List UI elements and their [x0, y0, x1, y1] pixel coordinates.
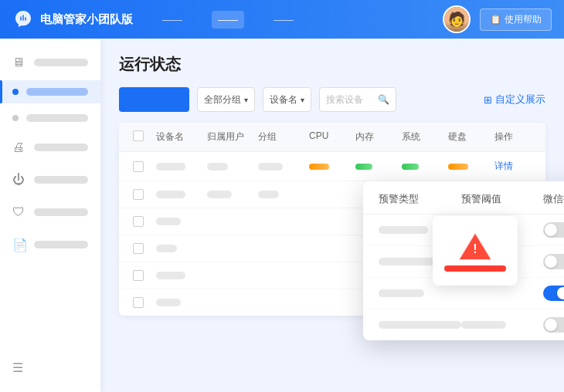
popup-col-type: 预警类型	[379, 192, 461, 206]
toggle-1[interactable]	[543, 222, 564, 238]
td-disk-1	[443, 156, 490, 177]
toggle-3[interactable]	[543, 286, 564, 301]
sidebar-item-active[interactable]	[0, 80, 100, 103]
popup-toggle-3[interactable]	[543, 286, 564, 301]
help-button[interactable]: 📋 使用帮助	[480, 8, 552, 31]
td-group-1	[253, 155, 304, 178]
group-filter-label: 全部分组	[204, 93, 241, 106]
device-name-bar-4	[156, 245, 177, 252]
td-user-2	[202, 183, 253, 206]
popup-col-threshold: 预警阈值	[461, 192, 544, 206]
grid-icon: ⊞	[484, 94, 492, 106]
group-filter[interactable]: 全部分组 ▾	[197, 87, 255, 112]
th-disk: 硬盘	[443, 123, 490, 151]
shield-icon: 🛡	[12, 205, 26, 219]
row-checkbox-5[interactable]	[133, 270, 144, 281]
file-icon: 📄	[12, 238, 26, 252]
sidebar-item-file[interactable]: 📄	[0, 230, 100, 259]
alert-bar	[444, 265, 506, 272]
nav-item-3[interactable]: ——	[267, 11, 300, 29]
popup-toggle-4[interactable]	[543, 317, 564, 333]
popup-type-bar-4	[379, 321, 461, 329]
row-checkbox-2[interactable]	[133, 189, 144, 200]
table-row: 详情	[119, 152, 545, 181]
header-right: 🧑 📋 使用帮助	[443, 5, 552, 33]
th-system: 系统	[397, 123, 443, 151]
td-rest-6	[202, 295, 253, 310]
device-name-bar-2	[156, 191, 185, 198]
td-device-3	[151, 210, 202, 233]
avatar-face: 🧑	[444, 7, 469, 32]
th-memory: 内存	[351, 123, 397, 151]
device-name-bar-5	[156, 272, 185, 279]
td-checkbox	[128, 235, 151, 262]
nav-item-1[interactable]: ——	[156, 11, 189, 29]
cpu-bar	[309, 164, 329, 170]
content-area: 运行状态 全部分组 ▾ 设备名 ▾ 搜索设备 🔍 ⊞ 自定义展示	[100, 39, 564, 392]
popup-header: 预警类型 预警阈值 微信推送	[363, 181, 564, 215]
nav-item-2[interactable]: ——	[212, 11, 244, 29]
search-box[interactable]: 搜索设备 🔍	[319, 87, 396, 112]
popup-row-4	[363, 309, 564, 340]
help-label: 使用帮助	[505, 13, 542, 26]
logo-icon	[12, 8, 34, 30]
primary-action-button[interactable]	[119, 87, 189, 112]
header-nav: —— —— ——	[156, 11, 300, 29]
td-checkbox	[128, 289, 151, 316]
sidebar-label-bar-1	[34, 59, 88, 66]
detail-link-1[interactable]: 详情	[490, 152, 536, 181]
sidebar-item-3[interactable]	[0, 106, 100, 130]
active-dot-icon	[12, 89, 19, 95]
td-device-5	[151, 264, 202, 287]
popup-type-bar-3	[379, 289, 461, 297]
user-bar	[207, 163, 228, 171]
search-placeholder: 搜索设备	[326, 93, 363, 106]
td-rest-3	[202, 214, 253, 229]
sidebar-label-bar-2	[26, 88, 88, 96]
help-icon: 📋	[490, 14, 501, 25]
popup-toggle-2[interactable]	[543, 254, 564, 269]
svg-text:!: !	[473, 242, 477, 255]
power-icon: ⏻	[12, 173, 26, 187]
td-rest-5	[202, 268, 253, 283]
th-group: 分组	[253, 123, 304, 151]
alert-triangle-icon: !	[457, 230, 494, 261]
row-checkbox-3[interactable]	[133, 216, 144, 227]
td-cpu-1	[304, 156, 351, 177]
row-checkbox-1[interactable]	[133, 161, 144, 172]
row-checkbox-6[interactable]	[133, 297, 144, 308]
sidebar-label-bar-6	[34, 208, 88, 216]
sidebar-item-monitor[interactable]: 🖥	[0, 48, 100, 77]
sidebar-label-bar-7	[34, 241, 88, 248]
alert-icon-popup: !	[433, 216, 518, 286]
sidebar-item-shield[interactable]: 🛡	[0, 198, 100, 227]
chevron-down-icon-2: ▾	[301, 96, 304, 104]
search-icon: 🔍	[378, 94, 389, 105]
device-name-bar-3	[156, 218, 181, 225]
customize-button[interactable]: ⊞ 自定义展示	[484, 93, 545, 106]
td-device-6	[151, 291, 202, 314]
th-action: 操作	[490, 123, 536, 151]
device-filter-label: 设备名	[270, 93, 297, 106]
toggle-2[interactable]	[543, 254, 564, 269]
popup-toggle-1[interactable]	[543, 222, 564, 238]
td-memory-1	[351, 156, 397, 177]
td-checkbox	[128, 208, 151, 235]
page-title: 运行状态	[119, 54, 545, 75]
warning-settings-popup: 预警类型 预警阈值 微信推送	[363, 181, 564, 340]
avatar[interactable]: 🧑	[443, 5, 471, 33]
header: 电脑管家小团队版 —— —— —— 🧑 📋 使用帮助	[0, 0, 564, 39]
device-name-bar	[156, 163, 185, 171]
app-title: 电脑管家小团队版	[40, 12, 133, 27]
main-layout: 🖥 🖨 ⏻ 🛡 📄 ☰ 运行	[0, 39, 564, 392]
td-checkbox	[128, 181, 151, 208]
select-all-checkbox[interactable]	[133, 130, 144, 141]
customize-label: 自定义展示	[495, 93, 545, 106]
sidebar-item-power[interactable]: ⏻	[0, 165, 100, 194]
sidebar-item-car[interactable]: 🖨	[0, 133, 100, 162]
car-icon: 🖨	[12, 140, 26, 154]
monitor-icon: 🖥	[12, 56, 26, 69]
toggle-4[interactable]	[543, 317, 564, 333]
row-checkbox-4[interactable]	[133, 243, 144, 254]
device-filter[interactable]: 设备名 ▾	[263, 87, 311, 112]
